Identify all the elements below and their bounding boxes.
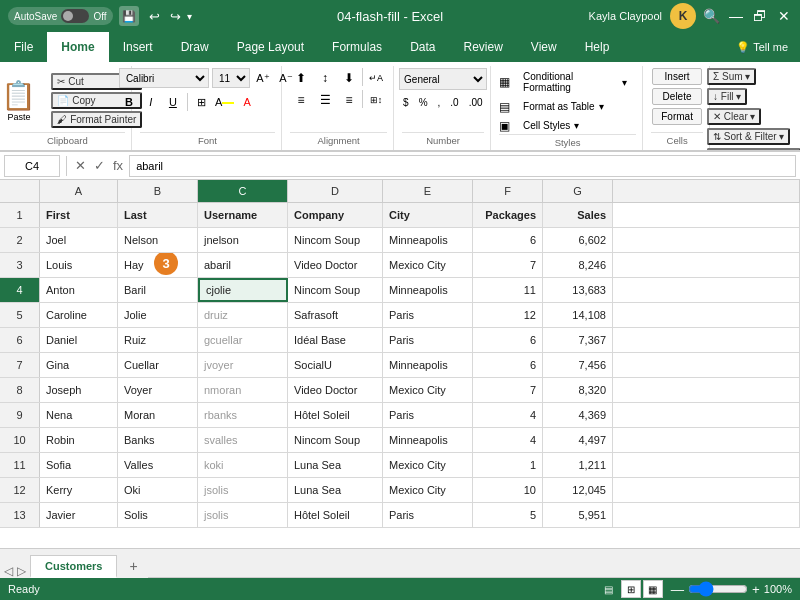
redo-button[interactable]: ↪: [166, 7, 185, 26]
cell-f9[interactable]: 4: [473, 403, 543, 427]
restore-button[interactable]: 🗗: [752, 8, 768, 24]
underline-button[interactable]: U: [163, 92, 183, 112]
cell-g12[interactable]: 12,045: [543, 478, 613, 502]
col-header-a[interactable]: A: [40, 180, 118, 202]
font-size-select[interactable]: 11: [212, 68, 250, 88]
col-header-d[interactable]: D: [288, 180, 383, 202]
font-name-select[interactable]: Calibri: [119, 68, 209, 88]
page-layout-view-button[interactable]: ⊞: [621, 580, 641, 598]
cell-b3[interactable]: Hay 3: [118, 253, 198, 277]
tell-me-button[interactable]: 💡 Tell me: [732, 39, 792, 56]
cell-f2[interactable]: 6: [473, 228, 543, 252]
left-align-button[interactable]: ≡: [290, 90, 312, 110]
wrap-text-button[interactable]: ↵A: [365, 68, 387, 88]
tab-home[interactable]: Home: [47, 32, 108, 62]
cell-d5[interactable]: Safrasoft: [288, 303, 383, 327]
cell-a13[interactable]: Javier: [40, 503, 118, 527]
cell-g7[interactable]: 7,456: [543, 353, 613, 377]
cell-b12[interactable]: Oki: [118, 478, 198, 502]
cell-c9[interactable]: rbanks: [198, 403, 288, 427]
cell-b10[interactable]: Banks: [118, 428, 198, 452]
cell-c8[interactable]: nmoran: [198, 378, 288, 402]
cell-g2[interactable]: 6,602: [543, 228, 613, 252]
tab-draw[interactable]: Draw: [167, 32, 223, 62]
cell-c11[interactable]: koki: [198, 453, 288, 477]
cell-a6[interactable]: Daniel: [40, 328, 118, 352]
zoom-out-button[interactable]: —: [671, 582, 684, 597]
cell-f5[interactable]: 12: [473, 303, 543, 327]
cell-b5[interactable]: Jolie: [118, 303, 198, 327]
cell-d9[interactable]: Hôtel Soleil: [288, 403, 383, 427]
insert-cells-button[interactable]: Insert: [652, 68, 702, 85]
cell-a5[interactable]: Caroline: [40, 303, 118, 327]
cell-d8[interactable]: Video Doctor: [288, 378, 383, 402]
cell-e7[interactable]: Minneapolis: [383, 353, 473, 377]
cell-e6[interactable]: Paris: [383, 328, 473, 352]
cell-d2[interactable]: Nincom Soup: [288, 228, 383, 252]
cell-d7[interactable]: SocialU: [288, 353, 383, 377]
tab-pagelayout[interactable]: Page Layout: [223, 32, 318, 62]
cell-b7[interactable]: Cuellar: [118, 353, 198, 377]
cell-c6[interactable]: gcuellar: [198, 328, 288, 352]
quick-access-more[interactable]: ▾: [187, 11, 192, 22]
middle-align-button[interactable]: ↕: [314, 68, 336, 88]
cancel-formula-icon[interactable]: ✕: [73, 158, 88, 173]
cell-c2[interactable]: jnelson: [198, 228, 288, 252]
cell-g10[interactable]: 4,497: [543, 428, 613, 452]
center-align-button[interactable]: ☰: [314, 90, 336, 110]
cell-g5[interactable]: 14,108: [543, 303, 613, 327]
autosave-toggle[interactable]: [61, 9, 89, 23]
increase-font-button[interactable]: A⁺: [253, 68, 273, 88]
zoom-slider[interactable]: [688, 581, 748, 597]
paste-button[interactable]: 📋 Paste: [0, 74, 45, 127]
cell-b6[interactable]: Ruiz: [118, 328, 198, 352]
cell-g11[interactable]: 1,211: [543, 453, 613, 477]
currency-button[interactable]: $: [399, 95, 413, 110]
sum-button[interactable]: Σ Sum ▾: [707, 68, 756, 85]
cell-d4[interactable]: Nincom Soup: [288, 278, 383, 302]
cell-g1[interactable]: Sales: [543, 203, 613, 227]
formula-input[interactable]: [129, 155, 796, 177]
cell-b9[interactable]: Moran: [118, 403, 198, 427]
col-header-f[interactable]: F: [473, 180, 543, 202]
merge-center-button[interactable]: ⊞↕: [365, 90, 387, 110]
minimize-button[interactable]: —: [728, 8, 744, 24]
page-break-view-button[interactable]: ▦: [643, 580, 663, 598]
cell-f8[interactable]: 7: [473, 378, 543, 402]
cell-f10[interactable]: 4: [473, 428, 543, 452]
cell-f6[interactable]: 6: [473, 328, 543, 352]
confirm-formula-icon[interactable]: ✓: [92, 158, 107, 173]
add-sheet-button[interactable]: +: [119, 554, 147, 578]
cell-g13[interactable]: 5,951: [543, 503, 613, 527]
cell-d11[interactable]: Luna Sea: [288, 453, 383, 477]
cell-b13[interactable]: Solis: [118, 503, 198, 527]
cell-f11[interactable]: 1: [473, 453, 543, 477]
cell-b8[interactable]: Voyer: [118, 378, 198, 402]
cell-e9[interactable]: Paris: [383, 403, 473, 427]
italic-button[interactable]: I: [141, 92, 161, 112]
increase-decimal-button[interactable]: .00: [465, 95, 487, 110]
cell-g3[interactable]: 8,246: [543, 253, 613, 277]
cell-g8[interactable]: 8,320: [543, 378, 613, 402]
zoom-in-button[interactable]: +: [752, 582, 760, 597]
number-format-select[interactable]: General: [399, 68, 487, 90]
cell-d10[interactable]: Nincom Soup: [288, 428, 383, 452]
cell-b1[interactable]: Last: [118, 203, 198, 227]
cell-b2[interactable]: Nelson: [118, 228, 198, 252]
cell-d6[interactable]: Idéal Base: [288, 328, 383, 352]
tab-data[interactable]: Data: [396, 32, 449, 62]
cell-e1[interactable]: City: [383, 203, 473, 227]
close-button[interactable]: ✕: [776, 8, 792, 24]
cell-a11[interactable]: Sofia: [40, 453, 118, 477]
cell-a2[interactable]: Joel: [40, 228, 118, 252]
delete-cells-button[interactable]: Delete: [652, 88, 702, 105]
cell-g9[interactable]: 4,369: [543, 403, 613, 427]
fill-button[interactable]: ↓ Fill ▾: [707, 88, 747, 105]
border-button[interactable]: ⊞: [192, 92, 212, 112]
tab-review[interactable]: Review: [449, 32, 516, 62]
clear-button[interactable]: ✕ Clear ▾: [707, 108, 761, 125]
cell-c7[interactable]: jvoyer: [198, 353, 288, 377]
cell-e3[interactable]: Mexico City: [383, 253, 473, 277]
normal-view-button[interactable]: ▤: [599, 580, 619, 598]
fx-icon[interactable]: fx: [111, 158, 125, 173]
